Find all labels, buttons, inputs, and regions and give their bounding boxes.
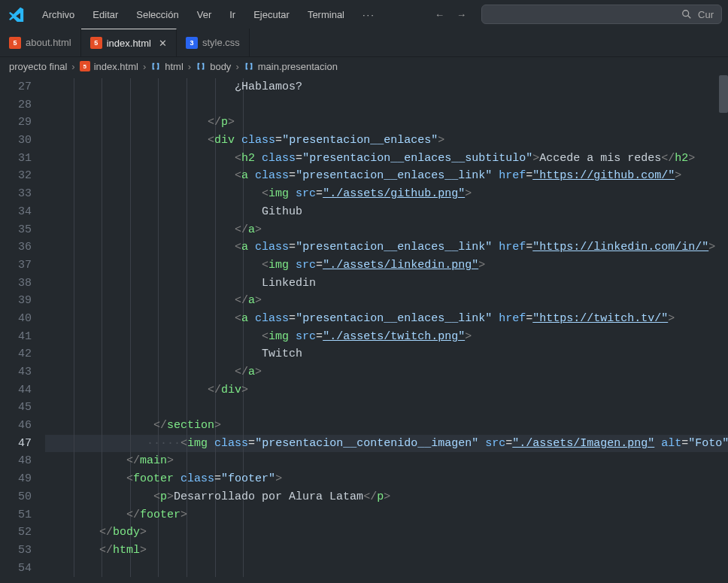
- code-line[interactable]: </a>: [45, 363, 728, 381]
- code-line[interactable]: <footer class="footer">: [45, 470, 728, 488]
- menu-archivo[interactable]: Archivo: [35, 6, 82, 23]
- code-line[interactable]: <p>Desarrollado por Alura Latam</p>: [45, 488, 728, 506]
- code-line[interactable]: <h2 class="presentacion__enlaces__subtit…: [45, 150, 728, 168]
- menu-ejecutar[interactable]: Ejecutar: [246, 6, 297, 23]
- breadcrumb-item[interactable]: body: [196, 61, 231, 72]
- line-number-gutter: 2728293031323334353637383940414243444546…: [0, 75, 45, 583]
- html5-icon: 5: [90, 37, 102, 49]
- editor[interactable]: 2728293031323334353637383940414243444546…: [0, 75, 728, 583]
- tab-label: style.css: [202, 37, 240, 48]
- code-line[interactable]: </main>: [45, 452, 728, 470]
- code-line[interactable]: Linkedin: [45, 275, 728, 293]
- tab-label: index.html: [107, 38, 151, 49]
- command-center[interactable]: Cur: [481, 5, 722, 24]
- html5-icon: 5: [9, 37, 21, 49]
- brackets-icon: [196, 61, 206, 71]
- code-line[interactable]: [45, 96, 728, 114]
- vscode-logo-icon: [9, 7, 24, 22]
- code-line[interactable]: </a>: [45, 221, 728, 239]
- code-line[interactable]: </a>: [45, 292, 728, 310]
- code-line[interactable]: <img src="./assets/twitch.png">: [45, 328, 728, 346]
- menu-editar[interactable]: Editar: [85, 6, 126, 23]
- close-icon[interactable]: ✕: [159, 38, 167, 49]
- code-line[interactable]: <img src="./assets/github.png">: [45, 185, 728, 203]
- brackets-icon: [150, 61, 161, 71]
- code-line[interactable]: </body>: [45, 524, 728, 542]
- command-center-text: Cur: [698, 9, 714, 20]
- code-line[interactable]: <img src="./assets/linkedin.png">: [45, 257, 728, 275]
- code-line[interactable]: <a class="presentacion__enlaces__link" h…: [45, 238, 728, 257]
- code-line[interactable]: </footer>: [45, 506, 728, 524]
- menu-ver[interactable]: Ver: [190, 6, 220, 23]
- code-line[interactable]: <a class="presentacion__enlaces__link" h…: [45, 310, 728, 328]
- tab-label: about.html: [26, 37, 71, 48]
- nav-back-icon[interactable]: ←: [435, 9, 444, 20]
- svg-line-1: [688, 16, 691, 19]
- code-line[interactable]: Twitch: [45, 345, 728, 363]
- code-line[interactable]: [45, 399, 728, 417]
- scrollbar-thumb[interactable]: [719, 75, 728, 113]
- code-line[interactable]: </section>: [45, 417, 728, 435]
- menu-overflow[interactable]: ···: [355, 6, 383, 23]
- tab-about[interactable]: 5 about.html: [0, 29, 81, 56]
- tab-index[interactable]: 5 index.html ✕: [81, 29, 177, 56]
- titlebar: Archivo Editar Selección Ver Ir Ejecutar…: [0, 0, 728, 29]
- search-icon: [681, 9, 692, 20]
- breadcrumb-item[interactable]: proyecto final: [9, 61, 67, 72]
- menu-seleccion[interactable]: Selección: [129, 6, 186, 23]
- chevron-right-icon: ›: [188, 61, 191, 72]
- code-line[interactable]: ¿Hablamos?: [45, 78, 728, 96]
- code-line[interactable]: <a class="presentacion__enlaces__link" h…: [45, 167, 728, 185]
- code-line[interactable]: <div class="presentacion__enlaces">: [45, 132, 728, 150]
- code-area[interactable]: ¿Hablamos? </p> <div class="presentacion…: [45, 75, 728, 583]
- code-line[interactable]: </div>: [45, 381, 728, 399]
- code-line[interactable]: </p>: [45, 114, 728, 132]
- svg-point-0: [683, 11, 689, 17]
- code-line[interactable]: ·····<img class="presentacion__contenido…: [45, 435, 728, 453]
- tab-bar: 5 about.html 5 index.html ✕ 3 style.css: [0, 29, 728, 57]
- tab-style[interactable]: 3 style.css: [177, 29, 250, 56]
- breadcrumb-item[interactable]: html: [150, 61, 184, 72]
- brackets-icon: [244, 61, 254, 71]
- code-line[interactable]: </html>: [45, 542, 728, 560]
- html5-icon: 5: [80, 61, 90, 71]
- css3-icon: 3: [186, 37, 198, 49]
- menu-ir[interactable]: Ir: [222, 6, 243, 23]
- menu-terminal[interactable]: Terminal: [300, 6, 352, 23]
- chevron-right-icon: ›: [235, 61, 238, 72]
- chevron-right-icon: ›: [71, 61, 74, 72]
- breadcrumbs[interactable]: proyecto final › 5index.html › html › bo…: [0, 57, 728, 75]
- code-line[interactable]: [45, 560, 728, 578]
- chevron-right-icon: ›: [143, 61, 146, 72]
- breadcrumb-item[interactable]: main.presentacion: [244, 61, 338, 72]
- breadcrumb-item[interactable]: 5index.html: [80, 61, 138, 72]
- code-line[interactable]: Github: [45, 203, 728, 221]
- nav-forward-icon[interactable]: →: [457, 9, 466, 20]
- nav-arrows: ← →: [423, 9, 478, 20]
